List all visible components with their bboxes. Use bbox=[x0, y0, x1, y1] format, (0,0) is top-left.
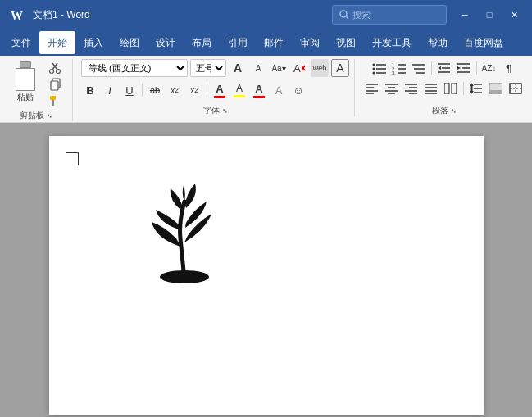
search-input[interactable] bbox=[352, 10, 439, 20]
align-left-button[interactable] bbox=[363, 79, 381, 97]
para-row2 bbox=[363, 79, 525, 97]
paragraph-label-row: 段落 ⤡ bbox=[432, 103, 457, 116]
svg-text:A: A bbox=[293, 62, 301, 74]
italic-button[interactable]: I bbox=[101, 81, 119, 99]
menu-references[interactable]: 引用 bbox=[220, 31, 256, 54]
svg-rect-61 bbox=[489, 90, 502, 94]
highlight-button[interactable]: A bbox=[230, 81, 248, 99]
plant-svg bbox=[139, 177, 230, 283]
svg-point-15 bbox=[372, 64, 375, 66]
menu-help[interactable]: 帮助 bbox=[420, 31, 456, 54]
numbering-icon: 1. 2. 3. bbox=[392, 61, 407, 75]
svg-rect-11 bbox=[52, 100, 54, 106]
font-group: 等线 (西文正文) 五号 初号 小初 一号 小一 二号 小二 三号 小三 四号 … bbox=[76, 59, 355, 116]
borders-button[interactable] bbox=[507, 79, 525, 97]
menu-insert[interactable]: 插入 bbox=[75, 31, 111, 54]
columns-icon bbox=[444, 83, 457, 94]
subscript-button[interactable]: x2 bbox=[166, 81, 184, 99]
font-grow-button[interactable]: A bbox=[229, 59, 247, 77]
clipboard-content: 粘贴 bbox=[7, 59, 66, 108]
web-font-button[interactable]: web bbox=[311, 59, 329, 77]
svg-marker-37 bbox=[457, 66, 461, 70]
document-area[interactable] bbox=[0, 123, 532, 417]
increase-indent-button[interactable] bbox=[455, 59, 473, 77]
decrease-indent-button[interactable] bbox=[435, 59, 453, 77]
show-marks-button[interactable]: ¶ bbox=[500, 59, 518, 77]
window-controls: ─ □ ✕ bbox=[453, 3, 525, 26]
borders-icon bbox=[509, 83, 522, 94]
search-icon bbox=[339, 10, 349, 20]
menu-mailings[interactable]: 邮件 bbox=[256, 31, 292, 54]
font-color-button[interactable]: A bbox=[250, 81, 268, 99]
menu-draw[interactable]: 绘图 bbox=[111, 31, 148, 54]
close-button[interactable]: ✕ bbox=[502, 3, 525, 26]
align-center-button[interactable] bbox=[383, 79, 401, 97]
shading-button[interactable] bbox=[487, 79, 505, 97]
maximize-button[interactable]: □ bbox=[478, 3, 501, 26]
align-right-button[interactable] bbox=[402, 79, 421, 97]
svg-rect-55 bbox=[452, 83, 457, 94]
svg-text:3.: 3. bbox=[392, 70, 396, 75]
menu-home[interactable]: 开始 bbox=[39, 31, 75, 54]
document-cursor bbox=[66, 152, 79, 165]
menu-review[interactable]: 审阅 bbox=[292, 31, 328, 54]
numbering-button[interactable]: 1. 2. 3. bbox=[390, 59, 408, 77]
paste-label: 粘贴 bbox=[17, 92, 34, 103]
clipboard-expand-icon[interactable]: ⤡ bbox=[47, 112, 52, 120]
clipboard-small-buttons bbox=[46, 61, 66, 108]
paste-icon bbox=[12, 61, 39, 91]
svg-marker-59 bbox=[470, 83, 474, 94]
clear-format-button[interactable]: A bbox=[290, 59, 308, 77]
line-spacing-button[interactable] bbox=[467, 79, 485, 97]
svg-line-3 bbox=[347, 17, 349, 20]
font-format-row: B I U ab x2 x2 A A A bbox=[81, 81, 349, 99]
font-row1: 等线 (西文正文) 五号 初号 小初 一号 小一 二号 小二 三号 小三 四号 … bbox=[81, 59, 349, 77]
text-effects-button[interactable]: A bbox=[270, 81, 288, 99]
bold-button[interactable]: B bbox=[81, 81, 99, 99]
align-center-icon bbox=[385, 83, 398, 94]
justify-button[interactable] bbox=[422, 79, 440, 97]
paragraph-expand-icon[interactable]: ⤡ bbox=[451, 107, 457, 115]
copy-button[interactable] bbox=[46, 77, 66, 92]
svg-point-65 bbox=[160, 270, 209, 283]
underline-button[interactable]: U bbox=[120, 81, 139, 99]
bullets-button[interactable] bbox=[371, 59, 389, 77]
cut-button[interactable] bbox=[46, 61, 66, 75]
plant-image bbox=[139, 177, 230, 287]
columns-button[interactable] bbox=[442, 79, 460, 97]
format-painter-button[interactable] bbox=[46, 93, 66, 108]
paste-button[interactable]: 粘贴 bbox=[7, 59, 44, 105]
copy-icon bbox=[49, 78, 62, 91]
change-case-button[interactable]: Aa▾ bbox=[270, 59, 288, 77]
menu-design[interactable]: 设计 bbox=[148, 31, 184, 54]
svg-rect-10 bbox=[50, 96, 56, 100]
font-label-text: 字体 bbox=[203, 105, 220, 116]
font-shrink-button[interactable]: A bbox=[249, 59, 267, 77]
clipboard-label: 剪贴板 ⤡ bbox=[20, 108, 52, 121]
bullets-icon bbox=[372, 61, 387, 75]
document-page[interactable] bbox=[49, 136, 484, 415]
strikethrough-button[interactable]: ab bbox=[146, 81, 164, 99]
ribbon: 粘贴 bbox=[0, 56, 532, 123]
multilevel-button[interactable] bbox=[410, 59, 428, 77]
title-bar: W 文档1 - Word ─ □ ✕ bbox=[0, 0, 532, 29]
search-box[interactable] bbox=[332, 5, 447, 25]
menu-layout[interactable]: 布局 bbox=[184, 31, 220, 54]
font-name-select[interactable]: 等线 (西文正文) bbox=[81, 59, 188, 77]
menu-view[interactable]: 视图 bbox=[328, 31, 364, 54]
font-expand-icon[interactable]: ⤡ bbox=[222, 107, 228, 115]
menu-file[interactable]: 文件 bbox=[3, 31, 39, 54]
font-size-select[interactable]: 五号 初号 小初 一号 小一 二号 小二 三号 小三 四号 小四 五号 小五 六… bbox=[190, 59, 226, 77]
svg-point-17 bbox=[372, 68, 375, 70]
svg-point-6 bbox=[50, 70, 54, 74]
clipboard-group: 粘贴 bbox=[7, 59, 73, 121]
sort-button[interactable]: AZ↓ bbox=[480, 59, 498, 77]
minimize-button[interactable]: ─ bbox=[453, 3, 476, 26]
font-color-a-button[interactable]: A bbox=[211, 81, 229, 99]
menu-baidu[interactable]: 百度网盘 bbox=[456, 31, 512, 54]
shading-icon bbox=[489, 83, 502, 94]
emoji-button[interactable]: ☺ bbox=[289, 81, 307, 99]
superscript-button[interactable]: x2 bbox=[185, 81, 203, 99]
char-button[interactable]: A bbox=[331, 59, 349, 77]
menu-developer[interactable]: 开发工具 bbox=[364, 31, 420, 54]
